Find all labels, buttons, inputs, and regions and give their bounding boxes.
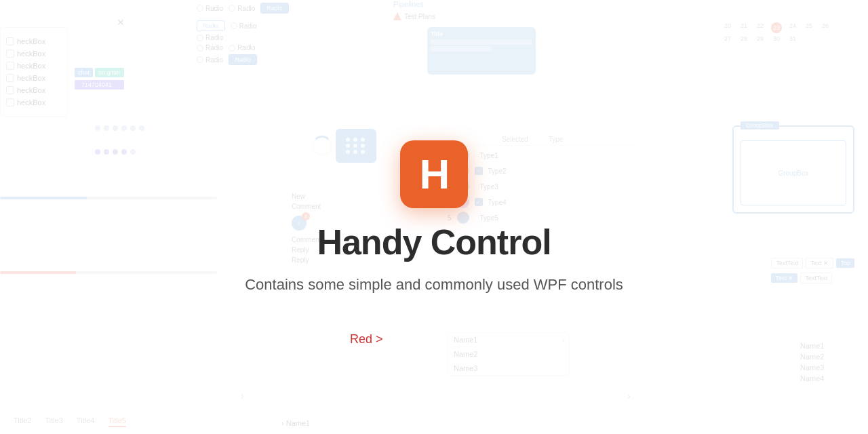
foreground-content: H Handy Control Contains some simple and… bbox=[0, 0, 868, 434]
app-logo: H bbox=[400, 140, 468, 208]
logo-letter: H bbox=[420, 153, 449, 195]
app-title: Handy Control bbox=[317, 222, 551, 262]
app-subtitle: Contains some simple and commonly used W… bbox=[245, 276, 623, 294]
